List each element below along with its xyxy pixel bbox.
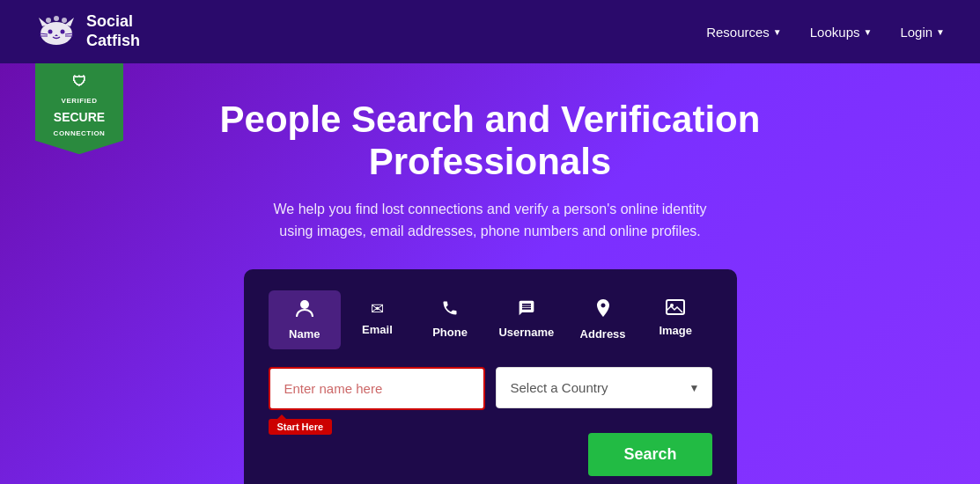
nav-resources-label: Resources [706, 25, 770, 40]
tab-image[interactable]: Image [639, 290, 712, 349]
inputs-row: Start Here Select a Country United State… [269, 367, 712, 410]
tab-name[interactable]: Name [269, 290, 342, 349]
logo-icon [35, 16, 77, 48]
svg-point-11 [54, 16, 59, 21]
badge-verified: VERIFIED [62, 96, 98, 106]
tab-address[interactable]: Address [566, 290, 639, 349]
secure-badge: 🛡 VERIFIED SECURE CONNECTION [35, 63, 123, 154]
nav-login[interactable]: Login ▼ [900, 25, 945, 40]
start-here-label: Start Here [269, 419, 333, 435]
address-tab-icon [595, 299, 611, 323]
name-input-wrapper: Start Here [269, 367, 485, 410]
logo[interactable]: SocialCatfish [35, 12, 140, 50]
country-wrapper: Select a Country United States United Ki… [496, 367, 712, 410]
svg-point-10 [46, 18, 51, 23]
lookups-caret-icon: ▼ [863, 27, 872, 37]
search-tabs: Name ✉ Email Phone U [269, 290, 712, 349]
tab-email-label: Email [362, 323, 393, 336]
tab-image-label: Image [659, 324, 692, 337]
login-caret-icon: ▼ [936, 27, 945, 37]
svg-point-3 [48, 30, 53, 34]
shield-icon: 🛡 [72, 72, 86, 92]
search-box: Name ✉ Email Phone U [244, 269, 737, 484]
country-select[interactable]: Select a Country United States United Ki… [496, 367, 712, 408]
nav-resources[interactable]: Resources ▼ [706, 25, 782, 40]
tab-phone-label: Phone [432, 326, 468, 339]
actions-row: Search [269, 433, 712, 476]
badge-connection: CONNECTION [54, 128, 106, 138]
tab-username-label: Username [498, 326, 554, 339]
email-tab-icon: ✉ [371, 299, 384, 319]
nav-lookups[interactable]: Lookups ▼ [810, 25, 873, 40]
image-tab-icon [666, 299, 685, 319]
nav-links: Resources ▼ Lookups ▼ Login ▼ [706, 25, 945, 40]
tab-email[interactable]: ✉ Email [341, 290, 414, 349]
main-section: 🛡 VERIFIED SECURE CONNECTION People Sear… [0, 63, 980, 484]
header: SocialCatfish Resources ▼ Lookups ▼ Logi… [0, 0, 980, 63]
badge-container: 🛡 VERIFIED SECURE CONNECTION [35, 63, 123, 154]
username-tab-icon [518, 299, 535, 321]
page-subheading: We help you find lost connections and ve… [262, 198, 719, 243]
name-tab-icon [296, 299, 313, 323]
search-button[interactable]: Search [588, 433, 711, 476]
page-heading: People Search and Verification Professio… [138, 99, 843, 184]
resources-caret-icon: ▼ [773, 27, 782, 37]
tab-name-label: Name [289, 327, 320, 341]
svg-point-0 [41, 22, 72, 45]
logo-text: SocialCatfish [86, 12, 140, 50]
phone-tab-icon [441, 299, 459, 321]
svg-point-12 [62, 18, 67, 23]
nav-login-label: Login [900, 25, 932, 40]
tab-phone[interactable]: Phone [414, 290, 487, 349]
svg-point-13 [300, 300, 309, 309]
nav-lookups-label: Lookups [810, 25, 860, 40]
tab-address-label: Address [580, 327, 626, 341]
svg-point-4 [61, 30, 65, 34]
name-input[interactable] [269, 367, 485, 410]
badge-secure: SECURE [54, 109, 105, 127]
tab-username[interactable]: Username [486, 290, 566, 349]
search-form: Start Here Select a Country United State… [269, 367, 712, 417]
